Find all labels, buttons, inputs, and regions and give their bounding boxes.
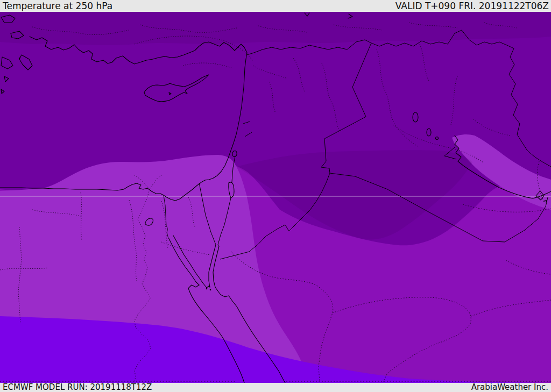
brand-label: ArabiaWeather Inc. xyxy=(471,383,548,391)
page-title: Temperature at 250 hPa xyxy=(3,2,112,11)
header-bar: Temperature at 250 hPa VALID T+090 FRI. … xyxy=(0,0,551,12)
footer-bar: ECMWF MODEL RUN: 20191118T12Z ArabiaWeat… xyxy=(0,383,551,392)
map-area xyxy=(0,12,551,383)
tiran-islet-1 xyxy=(206,288,208,290)
weather-map-page: { "header": { "title": "Temperature at 2… xyxy=(0,0,551,392)
tiran-islet-2 xyxy=(210,289,211,291)
island-dot xyxy=(19,58,20,59)
model-run-label: ECMWF MODEL RUN: 20191118T12Z xyxy=(3,383,152,391)
weather-map-svg xyxy=(0,12,551,383)
valid-time-label: VALID T+090 FRI. 20191122T06Z xyxy=(395,2,549,11)
